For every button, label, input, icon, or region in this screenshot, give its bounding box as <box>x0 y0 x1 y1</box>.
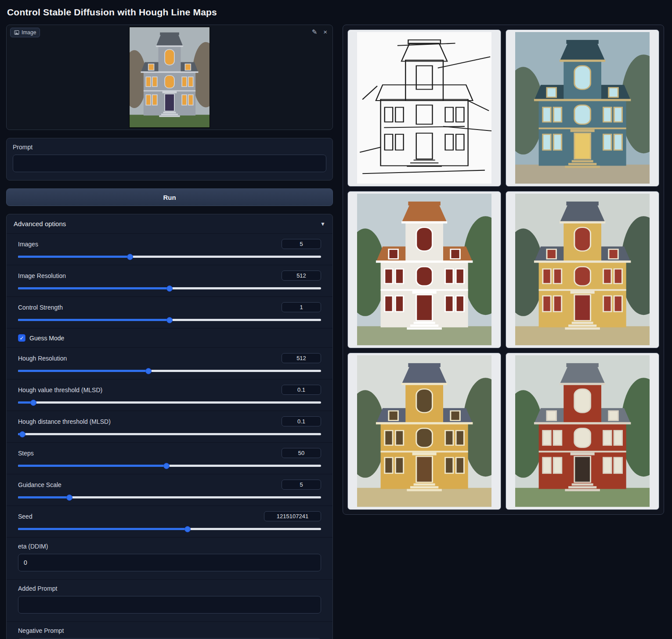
slider-hough-distance-threshold-track[interactable] <box>18 433 321 435</box>
slider-images-value[interactable]: 5 <box>282 239 321 249</box>
slider-hough-resolution-track[interactable] <box>18 370 321 372</box>
slider-control-strength-track[interactable] <box>18 319 321 321</box>
slider-guidance-scale: Guidance Scale 5 <box>7 474 332 505</box>
output-gallery <box>343 25 664 515</box>
advanced-options-label: Advanced options <box>14 220 66 227</box>
slider-image-resolution-track[interactable] <box>18 287 321 289</box>
prompt-panel: Prompt <box>6 138 333 181</box>
slider-hough-value-threshold-handle[interactable] <box>30 400 36 406</box>
guess-mode-checkbox[interactable]: ✓ <box>18 334 25 342</box>
check-icon: ✓ <box>19 335 24 341</box>
slider-hough-distance-threshold-handle[interactable] <box>19 431 25 437</box>
eta-ddim-field: eta (DDIM) <box>7 537 332 579</box>
gallery-item-gold-house[interactable] <box>347 353 501 510</box>
slider-image-resolution-label: Image Resolution <box>18 272 66 279</box>
slider-images: Images 5 <box>7 233 332 265</box>
app-page: Control Stable Diffusion with Hough Line… <box>0 0 672 639</box>
slider-guidance-scale-value[interactable]: 5 <box>282 480 321 490</box>
slider-hough-resolution-value[interactable]: 512 <box>282 353 321 363</box>
gallery-item-teal-house[interactable] <box>506 29 659 187</box>
slider-image-resolution: Image Resolution 512 <box>7 265 332 296</box>
image-label-badge: Image <box>10 28 40 37</box>
slider-image-resolution-handle[interactable] <box>166 285 173 292</box>
slider-images-handle[interactable] <box>127 254 133 260</box>
slider-hough-resolution: Hough Resolution 512 <box>7 347 332 379</box>
slider-seed-label: Seed <box>18 513 33 520</box>
slider-seed-value[interactable]: 1215107241 <box>264 511 321 521</box>
victorian-house-photo <box>130 27 210 127</box>
slider-hough-resolution-handle[interactable] <box>145 368 152 374</box>
guess-mode-row: ✓ Guess Mode <box>7 328 332 347</box>
added-prompt-field: Added Prompt <box>7 579 332 621</box>
slider-guidance-scale-track[interactable] <box>18 496 321 498</box>
slider-seed-handle[interactable] <box>184 526 191 532</box>
added-prompt-input[interactable] <box>18 596 321 614</box>
gallery-item-yellow-house[interactable] <box>506 191 659 348</box>
yellow-house-image <box>515 194 650 345</box>
slider-hough-value-threshold-track[interactable] <box>18 401 321 404</box>
slider-guidance-scale-handle[interactable] <box>66 495 72 501</box>
image-label: Image <box>22 29 36 36</box>
chevron-down-icon[interactable]: ▼ <box>320 221 325 227</box>
slider-control-strength-value[interactable]: 1 <box>282 302 321 312</box>
slider-hough-value-threshold: Hough value threshold (MLSD) 0.1 <box>7 379 332 411</box>
image-icon <box>14 30 19 35</box>
gallery-item-white-house[interactable] <box>347 191 501 348</box>
run-button[interactable]: Run <box>6 188 333 206</box>
white-house-image <box>357 194 491 345</box>
added-prompt-label: Added Prompt <box>18 585 321 592</box>
negative-prompt-field: Negative Prompt <box>7 621 332 639</box>
slider-guidance-scale-label: Guidance Scale <box>18 481 61 488</box>
prompt-label: Prompt <box>13 144 326 151</box>
slider-hough-distance-threshold: Hough distance threshold (MLSD) 0.1 <box>7 411 332 442</box>
slider-hough-distance-threshold-label: Hough distance threshold (MLSD) <box>18 418 111 425</box>
slider-control-strength-handle[interactable] <box>166 317 173 323</box>
gallery-item-hough-line-map[interactable] <box>347 29 501 187</box>
slider-image-resolution-value[interactable]: 512 <box>282 271 321 281</box>
slider-steps-handle[interactable] <box>163 463 170 469</box>
slider-hough-value-threshold-value[interactable]: 0.1 <box>282 385 321 395</box>
page-title: Control Stable Diffusion with Hough Line… <box>7 7 664 18</box>
input-image-panel: Image ✎ × <box>6 25 333 130</box>
eta-ddim-input[interactable] <box>18 554 321 571</box>
red-brick-house-image <box>515 355 650 507</box>
controls-column: Image ✎ × Prompt Run Advanced <box>6 25 333 639</box>
clear-image-icon[interactable]: × <box>323 29 327 35</box>
eta-ddim-label: eta (DDIM) <box>18 543 321 550</box>
gold-house-image <box>357 355 491 507</box>
slider-hough-distance-threshold-value[interactable]: 0.1 <box>282 416 321 426</box>
negative-prompt-label: Negative Prompt <box>18 627 321 634</box>
slider-control-strength: Control Strength 1 <box>7 296 332 328</box>
slider-hough-resolution-label: Hough Resolution <box>18 355 67 362</box>
gallery-item-red-brick-house[interactable] <box>506 353 659 510</box>
slider-images-label: Images <box>18 241 38 248</box>
slider-steps-label: Steps <box>18 450 34 457</box>
slider-seed: Seed 1215107241 <box>7 505 332 537</box>
slider-hough-value-threshold-label: Hough value threshold (MLSD) <box>18 386 102 394</box>
slider-steps: Steps 50 <box>7 442 332 474</box>
hough-line-map-image <box>357 32 491 184</box>
edit-image-icon[interactable]: ✎ <box>312 29 318 35</box>
guess-mode-label: Guess Mode <box>29 335 64 342</box>
slider-steps-value[interactable]: 50 <box>282 448 321 458</box>
teal-house-image <box>515 32 650 184</box>
slider-control-strength-label: Control Strength <box>18 304 63 311</box>
slider-steps-track[interactable] <box>18 465 321 467</box>
prompt-input[interactable] <box>13 155 326 172</box>
advanced-options-header[interactable]: Advanced options ▼ <box>7 214 332 233</box>
slider-images-track[interactable] <box>18 256 321 258</box>
slider-seed-track[interactable] <box>18 528 321 530</box>
advanced-options-panel: Advanced options ▼ Images 5 Im <box>6 214 333 639</box>
